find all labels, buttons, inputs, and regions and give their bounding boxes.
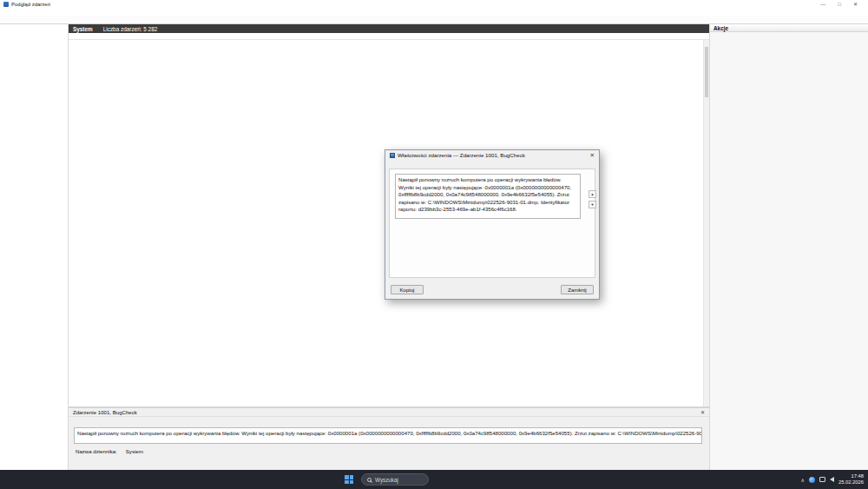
dialog-title: Właściwości zdarzenia — Zdarzenie 1001, … bbox=[398, 152, 525, 158]
copy-button[interactable]: Kopiuj bbox=[391, 285, 424, 294]
titlebar: Podgląd zdarzeń — □ ✕ bbox=[0, 0, 868, 8]
previous-event-button[interactable]: ▲ bbox=[589, 190, 596, 198]
preview-log-value: System bbox=[126, 448, 143, 454]
tray-device-icon[interactable] bbox=[819, 477, 825, 482]
actions-panel: Akcje bbox=[709, 24, 868, 470]
dialog-tabs bbox=[385, 160, 599, 169]
list-title-bar: System Liczba zdarzeń: 5 282 bbox=[69, 24, 709, 33]
search-icon bbox=[367, 478, 372, 482]
preview-title: Zdarzenie 1001, BugCheck bbox=[73, 409, 137, 415]
start-button[interactable] bbox=[342, 472, 356, 486]
tray-chevron-icon[interactable]: ∧ bbox=[801, 477, 805, 483]
preview-tabs bbox=[69, 417, 709, 426]
event-count: Liczba zdarzeń: 5 282 bbox=[103, 26, 158, 32]
next-event-button[interactable]: ▼ bbox=[589, 201, 596, 208]
log-name: System bbox=[73, 26, 93, 32]
close-dialog-button[interactable]: Zamknij bbox=[561, 285, 594, 294]
taskbar: Wyszukaj ∧ 17:48 25.02.2026 bbox=[0, 470, 868, 489]
volume-icon[interactable] bbox=[830, 477, 834, 482]
preview-log-label: Nazwa dziennika: bbox=[76, 448, 117, 454]
list-scrollbar[interactable] bbox=[703, 40, 709, 406]
preview-description: Nastąpił ponowny rozruch komputera po op… bbox=[74, 427, 702, 444]
minimize-button[interactable]: — bbox=[820, 2, 825, 7]
menubar bbox=[0, 8, 868, 16]
maximize-button[interactable]: □ bbox=[838, 2, 841, 7]
dialog-icon bbox=[390, 153, 395, 158]
taskbar-clock[interactable]: 17:48 25.02.2026 bbox=[838, 473, 864, 486]
event-viewer-app-icon bbox=[3, 2, 9, 7]
clock-date: 25.02.2026 bbox=[838, 479, 864, 486]
dialog-body: Nastąpił ponowny rozruch komputera po op… bbox=[389, 169, 595, 278]
column-headers bbox=[69, 33, 709, 40]
console-tree bbox=[0, 24, 69, 470]
close-preview-button[interactable]: ✕ bbox=[700, 409, 705, 415]
taskbar-search[interactable]: Wyszukaj bbox=[361, 473, 429, 486]
preview-pane: Zdarzenie 1001, BugCheck ✕ Nastąpił pono… bbox=[69, 406, 709, 470]
windows-logo-icon bbox=[345, 475, 353, 484]
dialog-description: Nastąpił ponowny rozruch komputera po op… bbox=[395, 174, 581, 219]
search-placeholder: Wyszukaj bbox=[375, 477, 398, 483]
dialog-close-button[interactable]: ✕ bbox=[590, 152, 595, 159]
actions-title: Akcje bbox=[710, 24, 868, 32]
toolbar bbox=[0, 16, 868, 24]
close-button[interactable]: ✕ bbox=[853, 1, 858, 7]
event-properties-dialog: Właściwości zdarzenia — Zdarzenie 1001, … bbox=[385, 149, 600, 300]
tray-blue-icon[interactable] bbox=[809, 477, 815, 483]
desktop: Podgląd zdarzeń — □ ✕ System Liczba zdar… bbox=[0, 0, 868, 489]
clock-time: 17:48 bbox=[838, 473, 864, 479]
window-title: Podgląd zdarzeń bbox=[11, 2, 50, 7]
